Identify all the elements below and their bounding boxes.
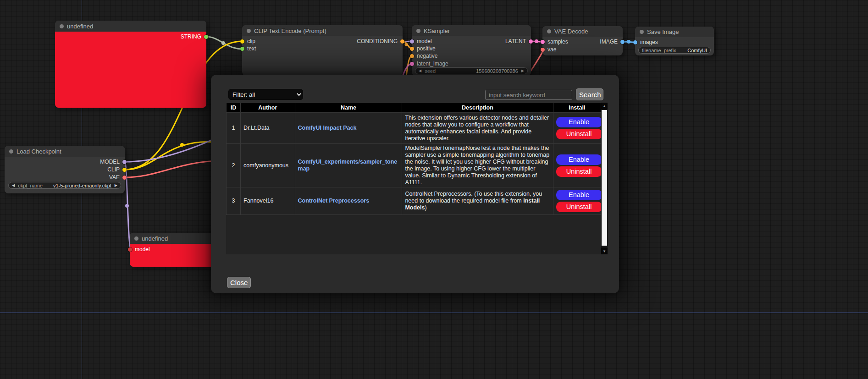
node-title: VAE Decode: [554, 28, 588, 35]
enable-button[interactable]: Enable: [556, 154, 602, 165]
link-midpoint-dot: [405, 43, 408, 46]
node-vae-decode[interactable]: VAE Decode samples vae IMAGE: [542, 26, 623, 55]
socket-clip-output[interactable]: [122, 168, 127, 172]
socket-clip-input[interactable]: [240, 39, 244, 44]
header-name: Name: [295, 103, 402, 113]
socket-positive-input[interactable]: [410, 47, 414, 51]
search-button[interactable]: Search: [576, 88, 603, 100]
scroll-up-icon[interactable]: ▲: [601, 103, 608, 109]
socket-vae-output[interactable]: [122, 176, 127, 180]
node-collapse-dot[interactable]: [9, 149, 13, 154]
ckpt-name-label: ckpt_name: [18, 183, 43, 188]
link-midpoint-dot: [535, 39, 538, 43]
slot-label-negative: negative: [417, 53, 437, 59]
extension-link[interactable]: ControlNet Preprocessors: [298, 198, 370, 204]
slot-label-conditioning: CONDITIONING: [357, 38, 398, 44]
increment-icon[interactable]: ▶: [115, 184, 117, 187]
slot-label-vae-out: VAE: [109, 174, 120, 181]
socket-model-input[interactable]: [410, 39, 414, 44]
node-title-bar[interactable]: CLIP Text Encode (Prompt): [242, 25, 403, 36]
seed-widget-label: seed: [425, 68, 436, 74]
table-row: 3 Fannovel16 ControlNet Preprocessors Co…: [227, 187, 601, 215]
seed-widget[interactable]: ◀ seed 156680208700286 ▶: [415, 67, 528, 74]
node-save-image[interactable]: Save Image images filename_prefix ComfyU…: [635, 27, 714, 55]
decrement-icon[interactable]: ◀: [12, 184, 15, 187]
cell-id: 1: [227, 113, 241, 144]
node-collapse-dot[interactable]: [547, 29, 551, 33]
node-body: [55, 32, 206, 108]
close-button[interactable]: Close: [227, 277, 251, 288]
increment-icon[interactable]: ▶: [521, 69, 524, 73]
cell-author: comfyanonymous: [241, 144, 295, 187]
node-clip-text-encode[interactable]: CLIP Text Encode (Prompt) clip text COND…: [242, 25, 403, 76]
socket-image-output[interactable]: [620, 40, 625, 44]
enable-button[interactable]: Enable: [556, 190, 602, 200]
node-load-checkpoint[interactable]: Load Checkpoint MODEL CLIP VAE ◀ ckpt_na…: [5, 146, 125, 193]
seed-widget-value: 156680208700286: [476, 68, 518, 74]
search-input[interactable]: [485, 90, 572, 100]
scroll-down-icon[interactable]: ▼: [601, 248, 608, 254]
link-midpoint-dot: [180, 143, 184, 147]
node-collapse-dot[interactable]: [640, 30, 644, 34]
socket-model-input[interactable]: [128, 247, 132, 252]
socket-latent-image-input[interactable]: [410, 62, 414, 66]
node-title-bar[interactable]: Save Image: [635, 27, 714, 37]
node-undefined-top[interactable]: undefined STRING: [55, 21, 206, 108]
socket-latent-output[interactable]: [529, 39, 533, 44]
node-title: undefined: [67, 23, 93, 30]
decrement-icon[interactable]: ◀: [419, 69, 421, 73]
filename-prefix-value: ComfyUI: [687, 48, 707, 53]
node-title-bar[interactable]: undefined: [55, 21, 206, 32]
socket-conditioning-output[interactable]: [400, 39, 404, 44]
node-title: KSampler: [424, 27, 450, 34]
cell-description: This extension offers various detector n…: [402, 113, 553, 144]
ckpt-name-widget[interactable]: ◀ ckpt_name v1-5-pruned-emaonly.ckpt ▶: [8, 182, 121, 189]
custom-nodes-manager-dialog: Filter: all Search ID Author Name Descri…: [211, 75, 619, 293]
node-undefined-bottom[interactable]: undefined model: [130, 233, 218, 267]
uninstall-button[interactable]: Uninstall: [556, 129, 602, 139]
ckpt-name-value: v1-5-pruned-emaonly.ckpt: [53, 183, 111, 188]
slot-label-samples: samples: [547, 38, 568, 45]
socket-images-input[interactable]: [633, 40, 637, 44]
slot-label-model-out: MODEL: [100, 159, 120, 165]
node-collapse-dot[interactable]: [134, 236, 138, 241]
header-description: Description: [402, 103, 553, 113]
scrollbar-thumb[interactable]: [602, 110, 607, 246]
slot-label-latent: LATENT: [505, 38, 526, 44]
socket-samples-input[interactable]: [541, 40, 545, 44]
extension-link[interactable]: ComfyUI_experiments/sampler_tonemap: [298, 159, 398, 172]
slot-label-vae: vae: [547, 46, 556, 53]
slot-label-image: IMAGE: [600, 38, 618, 45]
node-title-bar[interactable]: Load Checkpoint: [5, 146, 125, 157]
socket-negative-input[interactable]: [410, 54, 414, 58]
uninstall-button[interactable]: Uninstall: [556, 166, 602, 177]
node-collapse-dot[interactable]: [60, 24, 64, 28]
socket-text-input[interactable]: [240, 47, 244, 51]
cell-description: ModelSamplerTonemapNoiseTest a node that…: [402, 144, 553, 187]
filename-prefix-widget[interactable]: filename_prefix ComfyUI: [638, 47, 711, 54]
link-midpoint-dot: [627, 40, 630, 44]
socket-string-output[interactable]: [204, 35, 208, 39]
slot-label-clip-out: CLIP: [107, 166, 120, 173]
cell-author: Fannovel16: [241, 187, 295, 215]
uninstall-button[interactable]: Uninstall: [556, 202, 602, 212]
filter-dropdown[interactable]: Filter: all: [228, 89, 303, 100]
slot-label-string: STRING: [181, 33, 201, 40]
socket-vae-input[interactable]: [541, 48, 545, 52]
enable-button[interactable]: Enable: [556, 117, 602, 127]
slot-label-clip: clip: [247, 38, 255, 44]
node-collapse-dot[interactable]: [247, 29, 251, 33]
slot-label-model: model: [417, 38, 432, 44]
node-collapse-dot[interactable]: [416, 29, 420, 33]
cell-author: Dr.Lt.Data: [241, 113, 295, 144]
header-id: ID: [227, 103, 241, 113]
link-midpoint-dot: [125, 204, 129, 208]
node-title-bar[interactable]: VAE Decode: [542, 26, 623, 37]
extensions-table-container: ID Author Name Description Install 1 Dr.…: [226, 103, 608, 254]
node-title-bar[interactable]: KSampler: [412, 25, 531, 36]
node-ksampler[interactable]: KSampler model positive negative latent_…: [412, 25, 531, 76]
table-scrollbar[interactable]: ▲ ▼: [601, 103, 608, 254]
extension-link[interactable]: ComfyUI Impact Pack: [298, 125, 357, 131]
node-title-bar[interactable]: undefined: [130, 233, 218, 244]
socket-model-output[interactable]: [122, 160, 127, 164]
